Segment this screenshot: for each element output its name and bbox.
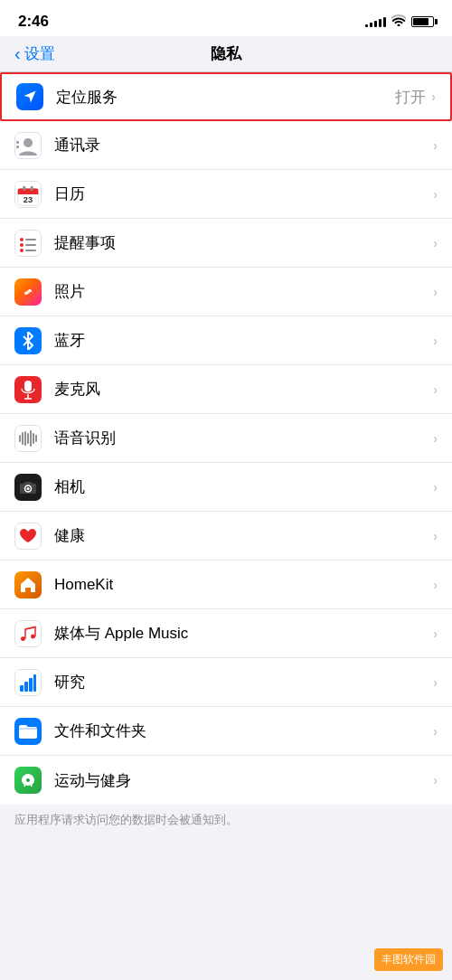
svg-point-1	[24, 138, 33, 147]
camera-chevron-icon: ›	[433, 480, 438, 495]
files-chevron-icon: ›	[433, 724, 438, 739]
bottom-note: 应用程序请求访问您的数据时会被通知到。	[0, 805, 452, 835]
camera-label: 相机	[54, 476, 433, 497]
svg-point-36	[26, 778, 30, 782]
watermark: 丰图软件园	[374, 948, 443, 971]
settings-list: 定位服务 打开 › 通讯录 › 23	[0, 72, 452, 805]
svg-rect-18	[24, 381, 32, 391]
svg-rect-34	[29, 678, 33, 692]
reminders-icon	[14, 230, 42, 257]
wifi-icon	[391, 14, 406, 29]
svg-point-29	[27, 487, 30, 490]
files-label: 文件和文件夹	[54, 721, 433, 741]
settings-item-homekit[interactable]: HomeKit ›	[0, 561, 452, 609]
calendar-label: 日历	[54, 184, 433, 204]
svg-rect-33	[24, 682, 28, 692]
settings-item-fitness[interactable]: 运动与健身 ›	[0, 756, 452, 805]
settings-item-calendar[interactable]: 23 日历 ›	[0, 170, 452, 219]
fitness-label: 运动与健身	[54, 770, 433, 791]
microphone-chevron-icon: ›	[433, 382, 438, 397]
svg-rect-24	[27, 433, 29, 444]
speech-chevron-icon: ›	[433, 431, 438, 446]
calendar-icon: 23	[14, 181, 42, 208]
camera-icon	[14, 474, 42, 501]
settings-item-files[interactable]: 文件和文件夹 ›	[0, 707, 452, 756]
health-icon	[14, 523, 42, 550]
homekit-icon	[14, 571, 42, 598]
settings-item-reminders[interactable]: 提醒事项 ›	[0, 219, 452, 268]
battery-icon	[411, 16, 434, 27]
svg-rect-7	[18, 191, 38, 194]
svg-rect-21	[19, 435, 21, 442]
calendar-chevron-icon: ›	[433, 187, 438, 202]
microphone-label: 麦克风	[54, 379, 433, 400]
svg-rect-3	[16, 146, 19, 148]
speech-label: 语音识别	[54, 428, 433, 448]
settings-item-media[interactable]: 媒体与 Apple Music ›	[0, 609, 452, 658]
location-value: 打开	[395, 87, 426, 108]
bluetooth-icon	[14, 327, 42, 354]
settings-item-speech[interactable]: 语音识别 ›	[0, 414, 452, 463]
media-label: 媒体与 Apple Music	[54, 623, 433, 644]
reminders-label: 提醒事项	[54, 232, 433, 253]
photos-chevron-icon: ›	[433, 285, 438, 299]
settings-item-research[interactable]: 研究 ›	[0, 658, 452, 707]
fitness-icon	[14, 767, 42, 794]
location-icon	[16, 83, 43, 110]
location-label: 定位服务	[56, 87, 395, 108]
back-button[interactable]: ‹ 设置	[14, 43, 55, 64]
svg-rect-9	[23, 185, 25, 191]
svg-point-12	[20, 243, 24, 247]
status-icons	[365, 14, 434, 29]
svg-rect-22	[22, 432, 24, 445]
svg-rect-2	[16, 141, 19, 144]
settings-item-bluetooth[interactable]: 蓝牙 ›	[0, 316, 452, 365]
health-chevron-icon: ›	[433, 529, 438, 543]
settings-item-contacts[interactable]: 通讯录 ›	[0, 121, 452, 170]
status-time: 2:46	[18, 13, 49, 31]
location-chevron-icon: ›	[431, 90, 436, 104]
svg-rect-26	[33, 433, 34, 444]
svg-text:23: 23	[24, 195, 33, 204]
fitness-chevron-icon: ›	[433, 773, 438, 787]
settings-item-location[interactable]: 定位服务 打开 ›	[0, 72, 452, 121]
health-label: 健康	[54, 525, 433, 546]
page-title: 隐私	[211, 43, 241, 64]
svg-point-17	[26, 290, 30, 294]
back-chevron-icon: ‹	[14, 44, 21, 62]
settings-item-camera[interactable]: 相机 ›	[0, 463, 452, 512]
homekit-chevron-icon: ›	[433, 578, 438, 592]
contacts-chevron-icon: ›	[433, 138, 438, 153]
signal-icon	[365, 16, 386, 27]
svg-point-30	[33, 485, 34, 486]
svg-rect-10	[31, 185, 33, 191]
status-bar: 2:46	[0, 0, 452, 36]
svg-rect-25	[30, 430, 32, 447]
back-label: 设置	[24, 43, 55, 64]
svg-rect-32	[20, 685, 24, 692]
research-label: 研究	[54, 672, 433, 693]
reminders-chevron-icon: ›	[433, 236, 438, 250]
microphone-icon	[14, 376, 42, 403]
media-chevron-icon: ›	[433, 627, 438, 641]
nav-bar: ‹ 设置 隐私	[0, 36, 452, 72]
contacts-icon	[14, 132, 42, 159]
settings-item-photos[interactable]: 照片 ›	[0, 268, 452, 316]
settings-item-microphone[interactable]: 麦克风 ›	[0, 365, 452, 414]
photos-label: 照片	[54, 281, 433, 302]
settings-item-health[interactable]: 健康 ›	[0, 512, 452, 561]
research-icon	[14, 669, 42, 696]
svg-rect-23	[24, 431, 26, 446]
svg-rect-27	[35, 435, 37, 442]
bluetooth-label: 蓝牙	[54, 330, 433, 351]
svg-rect-35	[33, 674, 36, 692]
contacts-label: 通讯录	[54, 135, 433, 155]
photos-icon	[14, 278, 42, 306]
svg-point-11	[20, 238, 24, 241]
media-icon	[14, 620, 42, 647]
speech-icon	[14, 425, 42, 452]
research-chevron-icon: ›	[433, 675, 438, 690]
svg-point-13	[20, 249, 24, 252]
svg-rect-16	[25, 250, 36, 251]
files-icon	[14, 718, 42, 745]
